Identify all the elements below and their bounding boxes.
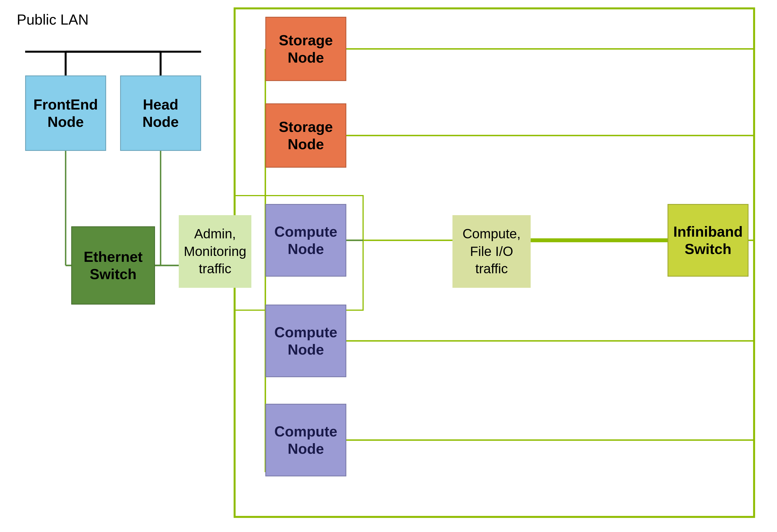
frontend-node: FrontEnd Node <box>25 76 106 151</box>
storage-node-1: StorageNode <box>265 17 346 81</box>
compute-node-3: ComputeNode <box>265 404 346 476</box>
infiniband-switch: InfinibandSwitch <box>668 204 749 277</box>
ethernet-switch: EthernetSwitch <box>71 226 155 305</box>
head-node: HeadNode <box>120 76 201 151</box>
storage-node-2: StorageNode <box>265 103 346 168</box>
compute-node-2: ComputeNode <box>265 305 346 377</box>
admin-monitoring-label: Admin,Monitoringtraffic <box>179 215 251 288</box>
compute-node-1: ComputeNode <box>265 204 346 277</box>
compute-file-io-label: Compute,File I/Otraffic <box>452 215 531 288</box>
public-lan-label: Public LAN <box>17 11 89 28</box>
network-diagram: Public LAN <box>0 0 777 532</box>
